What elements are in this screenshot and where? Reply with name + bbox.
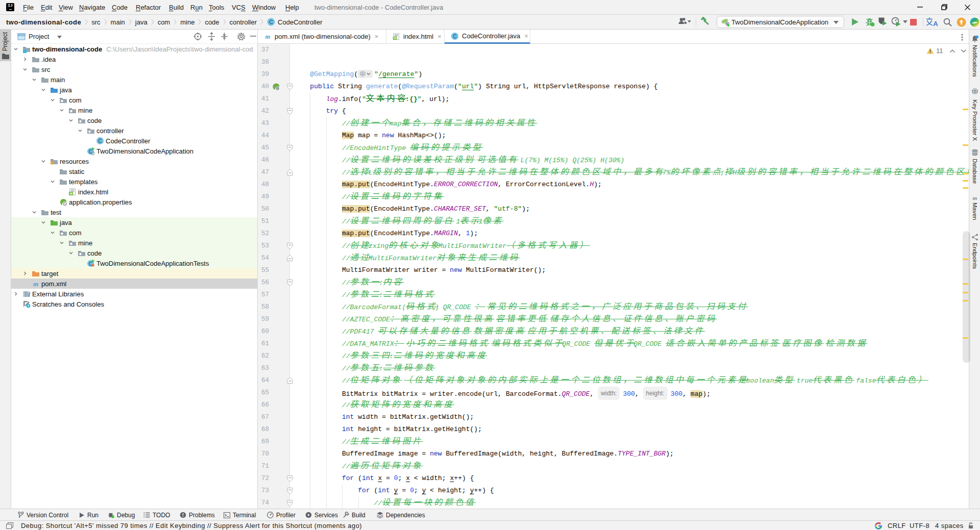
- svg-text:C: C: [89, 149, 92, 155]
- svg-text:C: C: [453, 34, 456, 39]
- svg-text:C: C: [269, 19, 273, 25]
- svg-text:A: A: [933, 20, 938, 27]
- svg-text:H: H: [394, 36, 396, 40]
- svg-text:m: m: [33, 280, 38, 288]
- svg-text:C: C: [98, 138, 102, 144]
- svg-text:H: H: [69, 192, 72, 195]
- svg-text:m: m: [265, 33, 270, 40]
- svg-text:m: m: [973, 195, 977, 201]
